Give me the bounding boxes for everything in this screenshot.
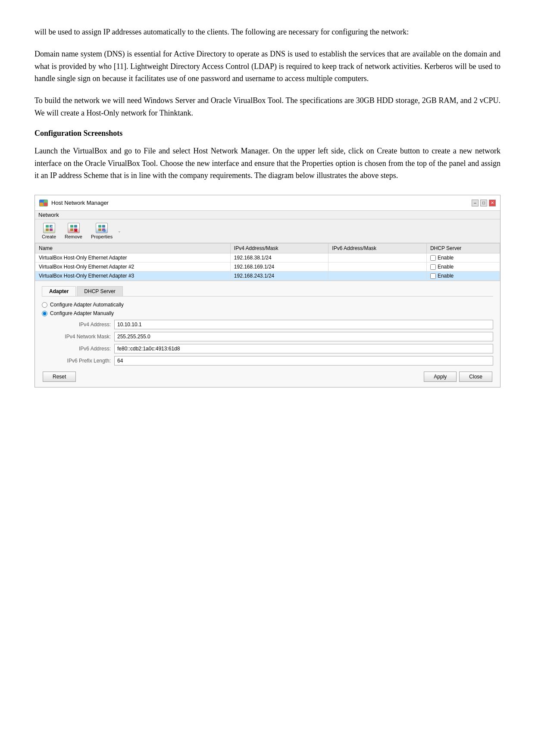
row-name-0: VirtualBox Host-Only Ethernet Adapter xyxy=(35,253,231,262)
toolbar: + Create Remove xyxy=(35,219,500,243)
tab-adapter[interactable]: Adapter xyxy=(42,286,76,296)
form-row-2: IPv6 Address: xyxy=(42,344,493,353)
properties-label: Properties xyxy=(91,234,113,239)
svg-rect-2 xyxy=(40,203,43,206)
row-ipv6-0 xyxy=(329,253,427,262)
dhcp-label-2: Enable xyxy=(438,273,454,279)
properties-button[interactable]: i Properties xyxy=(88,222,116,240)
section-heading: Configuration Screenshots xyxy=(34,129,501,138)
bottom-panel: Adapter DHCP Server Configure Adapter Au… xyxy=(35,281,500,387)
row-ipv4-1: 192.168.169.1/24 xyxy=(230,262,329,272)
create-button[interactable]: + Create xyxy=(38,222,59,240)
dhcp-label-1: Enable xyxy=(438,264,454,270)
dhcp-checkbox-0[interactable] xyxy=(430,255,436,261)
tab-dhcp-server[interactable]: DHCP Server xyxy=(77,286,122,296)
form-row-0: IPv4 Address: xyxy=(42,320,493,329)
reset-button[interactable]: Reset xyxy=(43,372,76,382)
dhcp-checkbox-2[interactable] xyxy=(430,273,436,279)
field-label-2: IPv6 Address: xyxy=(42,346,111,352)
row-dhcp-1: Enable xyxy=(426,262,500,272)
close-button[interactable]: ✕ xyxy=(489,200,496,206)
field-label-1: IPv4 Network Mask: xyxy=(42,334,111,340)
form-fields: IPv4 Address:IPv4 Network Mask:IPv6 Addr… xyxy=(42,320,493,366)
form-row-3: IPv6 Prefix Length: xyxy=(42,356,493,366)
btn-group-right: Apply Close xyxy=(424,372,492,382)
close-button-bottom[interactable]: Close xyxy=(459,372,492,382)
dhcp-checkbox-1[interactable] xyxy=(430,264,436,270)
svg-rect-10 xyxy=(74,225,77,228)
row-dhcp-0: Enable xyxy=(426,253,500,262)
svg-rect-11 xyxy=(70,228,73,231)
row-ipv4-0: 192.168.38.1/24 xyxy=(230,253,329,262)
radio-auto-input[interactable] xyxy=(42,302,47,308)
virtualbox-window: Host Network Manager – □ ✕ Network + Cre… xyxy=(34,195,501,387)
maximize-button[interactable]: □ xyxy=(480,200,487,206)
titlebar: Host Network Manager – □ ✕ xyxy=(35,195,500,211)
row-name-2: VirtualBox Host-Only Ethernet Adapter #3 xyxy=(35,272,231,281)
app-icon xyxy=(39,200,48,206)
col-ipv6: IPv6 Address/Mask xyxy=(329,244,427,253)
remove-icon xyxy=(68,223,80,233)
field-input-1[interactable] xyxy=(114,332,493,341)
radio-manual-input[interactable] xyxy=(42,311,47,316)
table-row[interactable]: VirtualBox Host-Only Ethernet Adapter192… xyxy=(35,253,500,262)
field-label-3: IPv6 Prefix Length: xyxy=(42,358,111,364)
svg-text:+: + xyxy=(51,225,53,228)
bottom-buttons: Reset Apply Close xyxy=(42,372,493,382)
tab-bar: Adapter DHCP Server xyxy=(42,286,493,297)
menu-bar: Network xyxy=(35,211,500,219)
remove-label: Remove xyxy=(65,234,82,239)
svg-rect-7 xyxy=(50,228,53,231)
radio-manual: Configure Adapter Manually xyxy=(42,310,493,316)
radio-manual-label: Configure Adapter Manually xyxy=(50,310,114,316)
col-ipv4: IPv4 Address/Mask xyxy=(230,244,329,253)
field-input-0[interactable] xyxy=(114,320,493,329)
col-name: Name xyxy=(35,244,231,253)
apply-button[interactable]: Apply xyxy=(424,372,457,382)
form-row-1: IPv4 Network Mask: xyxy=(42,332,493,341)
window-title: Host Network Manager xyxy=(51,200,109,206)
properties-icon: i xyxy=(96,223,108,233)
create-icon: + xyxy=(43,223,55,233)
svg-rect-3 xyxy=(44,203,47,206)
table-row[interactable]: VirtualBox Host-Only Ethernet Adapter #2… xyxy=(35,262,500,272)
col-dhcp: DHCP Server xyxy=(426,244,500,253)
table-row[interactable]: VirtualBox Host-Only Ethernet Adapter #3… xyxy=(35,272,500,281)
row-dhcp-2: Enable xyxy=(426,272,500,281)
field-input-2[interactable] xyxy=(114,344,493,353)
paragraph-3: To build the network we will need Window… xyxy=(34,94,501,119)
paragraph-2: Domain name system (DNS) is essential fo… xyxy=(34,48,501,85)
radio-group: Configure Adapter Automatically Configur… xyxy=(42,302,493,316)
svg-text:i: i xyxy=(104,229,104,232)
minimize-button[interactable]: – xyxy=(472,200,479,206)
svg-rect-16 xyxy=(102,225,105,228)
svg-rect-9 xyxy=(70,225,73,228)
remove-button[interactable]: Remove xyxy=(61,222,86,240)
row-ipv6-1 xyxy=(329,262,427,272)
row-ipv4-2: 192.168.243.1/24 xyxy=(230,272,329,281)
dhcp-label-0: Enable xyxy=(438,255,454,261)
network-table: Name IPv4 Address/Mask IPv6 Address/Mask… xyxy=(35,243,500,281)
field-label-0: IPv4 Address: xyxy=(42,322,111,328)
sort-arrow: ⌄ xyxy=(118,229,121,233)
row-name-1: VirtualBox Host-Only Ethernet Adapter #2 xyxy=(35,262,231,272)
create-label: Create xyxy=(42,234,56,239)
svg-rect-4 xyxy=(46,225,49,228)
radio-auto: Configure Adapter Automatically xyxy=(42,302,493,308)
svg-rect-15 xyxy=(98,225,101,228)
titlebar-left: Host Network Manager xyxy=(39,200,109,206)
radio-auto-label: Configure Adapter Automatically xyxy=(50,302,124,308)
row-ipv6-2 xyxy=(329,272,427,281)
svg-rect-6 xyxy=(46,228,49,231)
titlebar-controls: – □ ✕ xyxy=(472,200,496,206)
svg-rect-17 xyxy=(98,228,101,231)
section-paragraph: Launch the VirtualBox and go to File and… xyxy=(34,145,501,182)
field-input-3[interactable] xyxy=(114,356,493,366)
paragraph-1: will be used to assign IP addresses auto… xyxy=(34,26,501,38)
network-menu-item[interactable]: Network xyxy=(38,212,59,218)
